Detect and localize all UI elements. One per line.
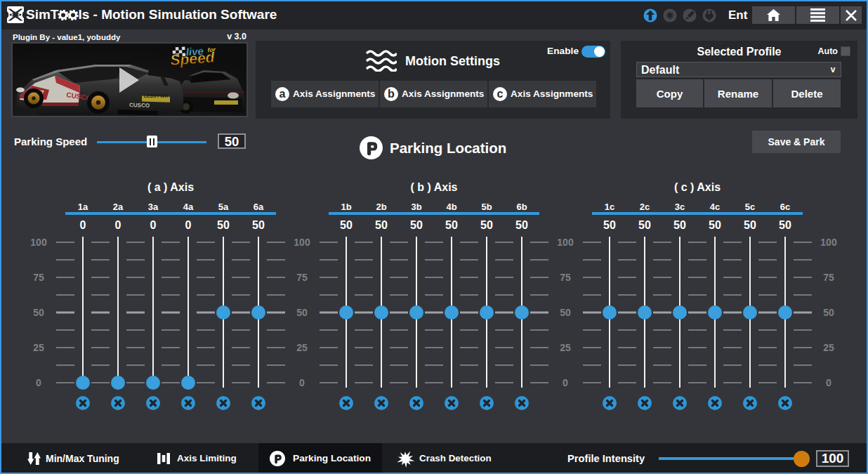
svg-text:50: 50 — [560, 307, 571, 318]
svg-text:50: 50 — [744, 219, 756, 231]
svg-text:6a: 6a — [254, 202, 264, 212]
svg-text:6b: 6b — [516, 202, 527, 212]
svg-text:50: 50 — [638, 219, 651, 231]
svg-text:50: 50 — [779, 219, 791, 231]
svg-text:( c ) Axis: ( c ) Axis — [674, 181, 721, 193]
svg-text:5c: 5c — [745, 202, 755, 212]
svg-text:0: 0 — [185, 219, 192, 231]
svg-text:Speed: Speed — [170, 48, 216, 67]
svg-text:0: 0 — [826, 377, 831, 388]
svg-text:0: 0 — [150, 219, 157, 231]
svg-text:50: 50 — [673, 219, 686, 231]
svg-text:3a: 3a — [148, 202, 159, 212]
svg-text:50: 50 — [445, 219, 458, 231]
svg-text:2c: 2c — [640, 202, 650, 212]
svg-text:5a: 5a — [218, 202, 229, 212]
svg-text:50: 50 — [296, 307, 308, 318]
svg-text:50: 50 — [515, 219, 528, 231]
svg-text:1c: 1c — [605, 202, 614, 212]
svg-text:( a ) Axis: ( a ) Axis — [147, 181, 194, 193]
svg-text:50: 50 — [375, 219, 388, 231]
svg-text:0: 0 — [115, 219, 121, 231]
svg-text:25: 25 — [823, 342, 834, 353]
svg-text:100: 100 — [30, 237, 47, 248]
svg-text:LESS PWR: LESS PWR — [144, 93, 168, 98]
svg-text:100: 100 — [557, 237, 574, 248]
svg-text:50: 50 — [603, 219, 616, 231]
svg-text:50: 50 — [33, 307, 44, 318]
svg-text:50: 50 — [480, 219, 493, 231]
svg-text:100: 100 — [820, 237, 837, 248]
svg-text:1a: 1a — [78, 202, 88, 212]
svg-text:3c: 3c — [675, 202, 685, 212]
svg-text:4b: 4b — [446, 202, 456, 212]
svg-text:CUSCO: CUSCO — [129, 102, 150, 109]
svg-text:100: 100 — [294, 237, 310, 248]
svg-text:0: 0 — [36, 377, 41, 388]
svg-text:75: 75 — [560, 272, 571, 283]
svg-text:3b: 3b — [411, 202, 421, 212]
svg-text:2b: 2b — [376, 202, 386, 212]
svg-text:4c: 4c — [710, 202, 720, 212]
svg-text:50: 50 — [709, 219, 721, 231]
svg-text:50: 50 — [252, 219, 265, 231]
svg-text:25: 25 — [560, 342, 571, 353]
svg-text:0: 0 — [563, 377, 568, 388]
svg-text:6c: 6c — [780, 202, 790, 212]
svg-text:4a: 4a — [183, 202, 194, 212]
svg-text:50: 50 — [823, 307, 834, 318]
svg-text:0: 0 — [299, 377, 305, 388]
svg-text:50: 50 — [340, 219, 353, 231]
svg-text:25: 25 — [33, 342, 44, 353]
svg-text:50: 50 — [217, 219, 230, 231]
svg-text:5b: 5b — [481, 202, 492, 212]
svg-text:2a: 2a — [113, 202, 124, 212]
svg-text:0: 0 — [80, 219, 86, 231]
svg-text:50: 50 — [410, 219, 423, 231]
svg-text:75: 75 — [823, 272, 834, 283]
svg-text:75: 75 — [296, 272, 308, 283]
svg-text:75: 75 — [33, 272, 44, 283]
svg-text:( b ) Axis: ( b ) Axis — [411, 181, 458, 193]
svg-text:1b: 1b — [341, 202, 351, 212]
svg-text:25: 25 — [296, 342, 308, 353]
